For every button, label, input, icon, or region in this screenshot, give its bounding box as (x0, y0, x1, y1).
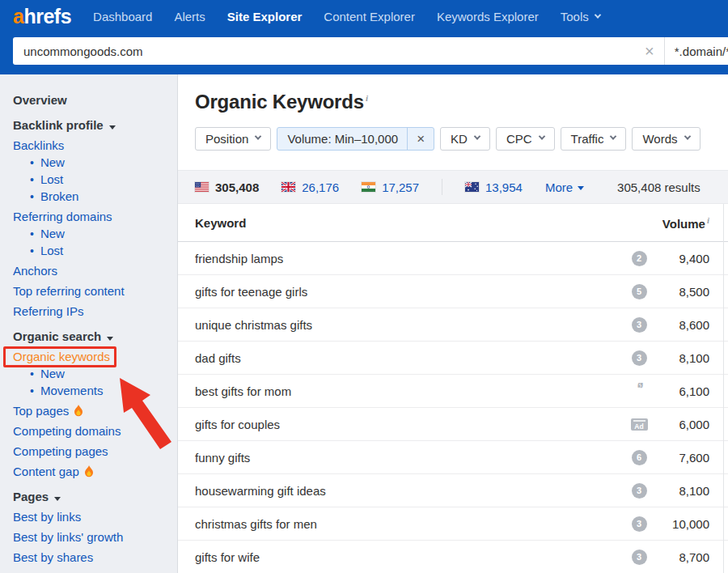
keyword-cell[interactable]: best gifts for mom (178, 384, 623, 398)
more-countries-button[interactable]: More (545, 180, 584, 194)
country-summary-band: 305,40826,17617,25713,954 More 305,408 r… (178, 170, 728, 204)
serp-features-count-badge[interactable]: 3 (632, 516, 647, 532)
nav-item-content-explorer[interactable]: Content Explorer (324, 10, 415, 23)
sidebar-item-overview[interactable]: Overview (0, 94, 177, 107)
serp-features-cell[interactable]: 3 (623, 516, 655, 532)
sidebar-item-top-pages[interactable]: Top pages (0, 405, 177, 418)
serp-features-cell[interactable]: ‘’ (623, 385, 655, 397)
sidebar-item-best-by-links[interactable]: Best by links (0, 511, 177, 524)
table-row: gifts for teenage girls58,500 (178, 275, 728, 308)
chevron-down-icon (538, 133, 544, 139)
serp-features-cell[interactable]: 5 (623, 284, 655, 299)
serp-features-count-badge[interactable]: 2 (632, 251, 647, 266)
serp-features-count-badge[interactable]: 3 (632, 483, 647, 499)
sidebar-item-organic-search[interactable]: Organic search (0, 330, 177, 343)
serp-features-cell[interactable]: 3 (623, 483, 655, 499)
nav-item-label: Site Explorer (227, 10, 303, 23)
sidebar-item-label: Backlink profile (13, 118, 104, 132)
nav-item-alerts[interactable]: Alerts (174, 10, 205, 23)
sidebar-item-top-referring-content[interactable]: Top referring content (0, 285, 177, 298)
clear-search-icon[interactable]: × (635, 43, 664, 59)
serp-features-cell[interactable]: Ad (623, 418, 655, 431)
serp-features-count-badge[interactable]: 3 (632, 550, 647, 565)
keyword-cell[interactable]: housewarming gift ideas (178, 484, 623, 498)
remove-filter-icon[interactable]: × (407, 128, 434, 150)
serp-features-cell[interactable]: 3 (623, 550, 655, 565)
ad-serp-feature-icon[interactable]: Ad (631, 418, 648, 431)
sidebar-item-label: Movements (40, 384, 104, 397)
sidebar-item-best-by-links-growth[interactable]: Best by links' growth (0, 531, 177, 544)
sidebar-item-movements[interactable]: •Movements (0, 384, 177, 397)
nav-item-keywords-explorer[interactable]: Keywords Explorer (437, 10, 539, 23)
filter-cpc[interactable]: CPC (496, 127, 555, 151)
sidebar-item-new[interactable]: •New (0, 367, 177, 380)
sidebar-item-competing-domains[interactable]: Competing domains (0, 425, 177, 438)
keyword-cell[interactable]: dad gifts (178, 351, 623, 365)
info-icon: i (366, 93, 368, 103)
sidebar-item-lost[interactable]: •Lost (0, 244, 177, 257)
sidebar-item-new[interactable]: •New (0, 227, 177, 240)
nav-item-label: Tools (561, 10, 589, 23)
table-row: funny gifts67,600 (178, 441, 728, 474)
keyword-cell[interactable]: gifts for couples (178, 418, 623, 431)
country-filter-australia[interactable]: 13,954 (465, 180, 523, 194)
sidebar-item-referring-domains[interactable]: Referring domains (0, 210, 177, 223)
bullet-icon: • (30, 156, 34, 169)
country-filter-united-states[interactable]: 305,408 (195, 180, 259, 194)
bullet-icon: • (30, 384, 34, 397)
sidebar-item-best-by-shares[interactable]: Best by shares (0, 551, 177, 564)
ahrefs-logo[interactable]: ahrefs (13, 5, 71, 28)
sidebar-item-label: Top pages (13, 404, 69, 418)
sidebar-item-backlink-profile[interactable]: Backlink profile (0, 119, 177, 132)
filter-words[interactable]: Words (632, 127, 700, 151)
sidebar-item-lost[interactable]: •Lost (0, 173, 177, 186)
sidebar-item-organic-keywords[interactable]: Organic keywords (0, 350, 177, 363)
sidebar-item-anchors[interactable]: Anchors (0, 265, 177, 278)
serp-features-cell[interactable]: 6 (623, 450, 655, 465)
serp-features-count-badge[interactable]: 5 (632, 284, 647, 299)
nav-menu: DashboardAlertsSite ExplorerContent Expl… (93, 10, 622, 23)
volume-cell: 9,400 (655, 252, 728, 265)
volume-cell: 8,600 (655, 318, 728, 332)
serp-features-count-badge[interactable]: 3 (632, 317, 647, 333)
sidebar-item-pages[interactable]: Pages (0, 490, 177, 503)
sidebar-item-competing-pages[interactable]: Competing pages (0, 445, 177, 458)
filter-kd[interactable]: KD (440, 127, 490, 151)
keyword-cell[interactable]: christmas gifts for men (178, 517, 623, 531)
filter-label: Words (642, 132, 677, 146)
nav-item-site-explorer[interactable]: Site Explorer (227, 10, 303, 23)
country-tabs: 305,40826,17617,25713,954 (195, 179, 545, 195)
nav-item-label: Dashboard (93, 10, 152, 23)
serp-features-cell[interactable]: 3 (623, 350, 655, 366)
filter-position[interactable]: Position (195, 127, 271, 151)
serp-features-count-badge[interactable]: 3 (632, 350, 647, 366)
chevron-down-icon (595, 11, 601, 18)
serp-features-cell[interactable]: 2 (623, 251, 655, 266)
logo-letter-a: a (13, 5, 23, 28)
table-row: gifts for couplesAd6,000 (178, 408, 728, 441)
keyword-cell[interactable]: friendship lamps (178, 252, 623, 265)
quote-serp-feature-icon[interactable]: ‘’ (637, 385, 641, 397)
country-filter-india[interactable]: 17,257 (362, 180, 419, 194)
nav-item-dashboard[interactable]: Dashboard (93, 10, 152, 23)
sidebar-item-content-gap[interactable]: Content gap (0, 465, 177, 478)
sidebar-item-broken[interactable]: •Broken (0, 190, 177, 203)
top-navigation: ahrefs DashboardAlertsSite ExplorerConte… (0, 0, 728, 32)
keyword-cell[interactable]: unique christmas gifts (178, 318, 623, 332)
filter-traffic[interactable]: Traffic (561, 127, 627, 151)
country-filter-united-kingdom[interactable]: 26,176 (281, 180, 339, 194)
keyword-cell[interactable]: gifts for teenage girls (178, 285, 623, 299)
serp-features-cell[interactable]: 3 (623, 317, 655, 333)
target-input[interactable] (13, 45, 635, 58)
keyword-cell[interactable]: funny gifts (178, 451, 623, 465)
keyword-cell[interactable]: gifts for wife (178, 550, 623, 564)
sidebar-item-backlinks[interactable]: Backlinks (0, 139, 177, 152)
serp-features-count-badge[interactable]: 6 (632, 450, 647, 465)
sidebar-item-referring-ips[interactable]: Referring IPs (0, 305, 177, 318)
column-header-volume[interactable]: Volumei (623, 215, 728, 231)
filter-volume[interactable]: Volume: Min–10,000× (277, 127, 434, 151)
search-mode-select[interactable]: *.domain/* (665, 45, 728, 58)
sidebar-item-new[interactable]: •New (0, 156, 177, 169)
nav-item-tools[interactable]: Tools (561, 10, 600, 23)
table-row: gifts for wife38,700 (178, 541, 728, 573)
